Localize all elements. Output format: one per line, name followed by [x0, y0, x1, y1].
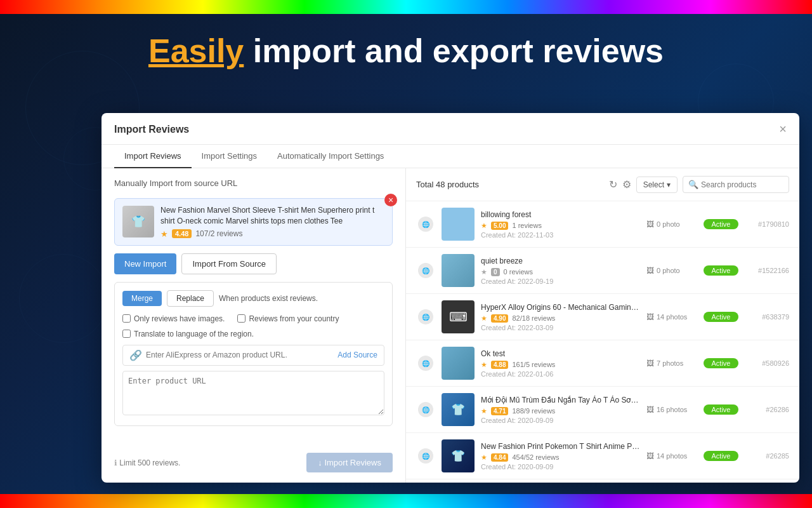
photo-icon: 🖼	[646, 405, 654, 414]
photo-icon: 🖼	[646, 312, 654, 321]
status-badge: Active	[704, 404, 738, 415]
star-icon: ★	[481, 222, 487, 230]
photo-count: 14 photos	[657, 313, 687, 321]
product-name: Ok test	[481, 349, 640, 358]
when-exist-label: When products exist reviews.	[219, 294, 318, 303]
refresh-icon[interactable]: ↻	[609, 178, 617, 190]
checkbox-images-label[interactable]: Only reviews have images.	[122, 314, 225, 323]
tab-auto-import[interactable]: Automatically Import Settings	[267, 145, 394, 168]
checkbox-country[interactable]	[237, 314, 246, 323]
checkbox-translate[interactable]	[122, 330, 131, 338]
product-row[interactable]: 🌐 👕 New Fashion Marvel Short Sleeve T-sh…	[406, 479, 799, 483]
photo-icon: 🖼	[646, 451, 654, 460]
merge-button[interactable]: Merge	[122, 291, 162, 306]
hero-highlight: Easily	[148, 32, 244, 69]
rating-badge: 4.71	[491, 407, 508, 415]
review-count: 161/5 reviews	[512, 361, 555, 368]
product-date: Created At: 2020-09-09	[481, 463, 640, 471]
search-box: 🔍	[683, 176, 789, 193]
product-icon-wrap: 🌐	[416, 400, 435, 419]
product-stats: ★ 4.88 161/5 reviews	[481, 361, 640, 369]
photo-count: 16 photos	[657, 406, 687, 413]
rating-badge: 0	[491, 268, 500, 276]
rating-badge: 5.00	[491, 222, 508, 230]
rating-badge: 4.84	[491, 453, 508, 462]
product-url-textarea[interactable]	[122, 371, 384, 415]
product-row[interactable]: 🌐 👕 Mới Đội Mũ Trùm Đầu Ngắn Tay Áo T Áo…	[406, 387, 799, 433]
product-details: Ok test ★ 4.88 161/5 reviews Created At:…	[481, 349, 640, 378]
product-source-icon: 🌐	[418, 402, 433, 417]
checkbox-images[interactable]	[122, 314, 131, 323]
import-reviews-modal: Import Reviews × Import Reviews Import S…	[102, 113, 799, 483]
product-icon-wrap: 🌐	[416, 354, 435, 373]
product-date: Created At: 2022-11-03	[481, 231, 640, 239]
checkbox-country-label[interactable]: Reviews from your country	[237, 314, 339, 323]
product-row[interactable]: 🌐 ⌨ HyperX Alloy Origins 60 - Mechanical…	[406, 294, 799, 340]
photo-info: 🖼 0 photo	[646, 266, 697, 275]
review-count: 0 reviews	[504, 268, 533, 276]
modal-header: Import Reviews ×	[102, 113, 799, 145]
left-panel-footer: ℹ Limit 500 reviews. ↓ Import Reviews	[114, 453, 393, 472]
product-details: New Fashion Print Pokemon T Shirt Anime …	[481, 442, 640, 471]
star-icon: ★	[481, 361, 487, 369]
product-stats: ★ 4.84 454/52 reviews	[481, 453, 640, 462]
product-thumb: 👕	[122, 206, 154, 237]
photo-info: 🖼 7 photos	[646, 359, 697, 368]
close-button[interactable]: ×	[779, 122, 787, 144]
left-panel: Manually Import from source URL 👕 New Fa…	[102, 168, 406, 483]
product-row[interactable]: 🌐 quiet breeze ★ 0 0 reviews Created At:…	[406, 248, 799, 294]
options-box: Merge Replace When products exist review…	[114, 282, 393, 426]
photo-icon: 🖼	[646, 266, 654, 275]
tab-import-settings[interactable]: Import Settings	[192, 145, 267, 168]
import-from-source-button[interactable]: Import From Source	[181, 253, 277, 274]
product-details: Mới Đội Mũ Trùm Đầu Ngắn Tay Áo T Áo Sơ …	[481, 396, 640, 424]
import-reviews-button[interactable]: ↓ Import Reviews	[306, 453, 393, 472]
product-stats: ★ 4.71 188/9 reviews	[481, 407, 640, 415]
photo-count: 7 photos	[657, 359, 683, 367]
star-icon: ★	[481, 407, 487, 415]
merge-replace-row: Merge Replace When products exist review…	[122, 290, 384, 307]
translate-row: Translate to language of the region.	[122, 330, 384, 338]
hero-section: Easily import and export reviews	[0, 32, 812, 70]
product-row[interactable]: 🌐 Ok test ★ 4.88 161/5 reviews Created A…	[406, 340, 799, 387]
search-input[interactable]	[701, 180, 783, 189]
new-import-button[interactable]: New Import	[114, 253, 176, 274]
product-thumbnail	[442, 347, 475, 380]
checkbox-country-text: Reviews from your country	[249, 314, 339, 323]
star-icon: ★	[160, 229, 168, 239]
product-row[interactable]: 🌐 billowing forest ★ 5.00 1 reviews Crea…	[406, 201, 799, 248]
product-icon-wrap: 🌐	[416, 307, 435, 326]
product-name: HyperX Alloy Origins 60 - Mechanical Gam…	[481, 303, 640, 312]
select-placeholder: Select	[643, 180, 664, 189]
product-details: billowing forest ★ 5.00 1 reviews Create…	[481, 210, 640, 239]
link-icon: 🔗	[129, 349, 142, 361]
product-source-icon: 🌐	[418, 356, 433, 371]
replace-button[interactable]: Replace	[167, 290, 214, 307]
modal-title: Import Reviews	[114, 124, 189, 143]
product-row[interactable]: 🌐 👕 New Fashion Print Pokemon T Shirt An…	[406, 433, 799, 479]
translate-label: Translate to language of the region.	[134, 330, 254, 338]
product-icon-wrap: 🌐	[416, 446, 435, 465]
settings-icon[interactable]: ⚙	[622, 178, 631, 190]
tab-import-reviews[interactable]: Import Reviews	[114, 145, 192, 168]
product-thumbnail	[442, 208, 475, 241]
product-source-icon: 🌐	[418, 448, 433, 464]
add-source-button[interactable]: Add Source	[337, 351, 377, 359]
url-input[interactable]	[146, 351, 334, 359]
remove-product-button[interactable]: ×	[384, 194, 397, 206]
star-icon: ★	[481, 314, 487, 323]
product-thumbnail: 👕	[442, 393, 475, 426]
product-stats: ★ 5.00 1 reviews	[481, 222, 640, 230]
product-thumbnail: ⌨	[442, 300, 475, 333]
product-list: 🌐 billowing forest ★ 5.00 1 reviews Crea…	[406, 201, 799, 483]
info-icon: ℹ	[114, 458, 117, 467]
total-products-label: Total 48 products	[416, 180, 479, 189]
select-dropdown[interactable]: Select ▾	[636, 177, 678, 193]
import-buttons-row: New Import Import From Source	[114, 253, 393, 274]
product-thumbnail	[442, 254, 475, 287]
rating-badge: 4.48	[172, 229, 192, 238]
product-name: New Fashion Marvel Short Sleeve T-shirt …	[160, 205, 384, 227]
status-badge: Active	[704, 358, 738, 368]
status-badge: Active	[704, 265, 738, 276]
star-icon: ★	[481, 453, 487, 462]
